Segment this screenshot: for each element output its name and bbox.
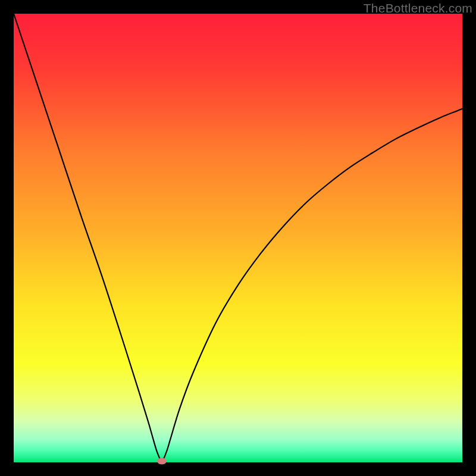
bottleneck-curve [14,14,462,462]
watermark-text: TheBottleneck.com [364,1,472,15]
plot-area [14,14,462,462]
optimal-point-marker [157,458,167,464]
